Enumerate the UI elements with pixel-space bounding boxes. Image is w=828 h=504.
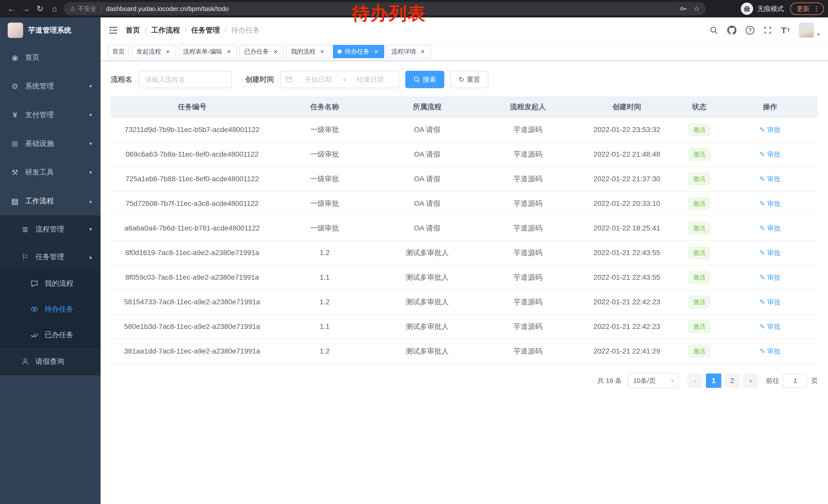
app-logo-row[interactable]: 芋道管理系统: [0, 17, 100, 43]
approve-link[interactable]: ✎ 审批: [759, 347, 781, 356]
cell-status: 激活: [676, 167, 722, 191]
sidebar-item-payment[interactable]: ¥ 支付管理 ▾: [0, 100, 100, 129]
sidebar-item-home[interactable]: ◉ 首页: [0, 43, 100, 72]
page-button-2[interactable]: 2: [724, 373, 740, 388]
next-page-button[interactable]: ›: [743, 373, 758, 388]
browser-reload-button[interactable]: ↻: [33, 2, 47, 16]
sidebar-item-devtools[interactable]: ⚒ 研发工具 ▾: [0, 158, 100, 187]
font-size-icon[interactable]: TT: [777, 17, 795, 43]
approve-link[interactable]: ✎ 审批: [759, 150, 781, 159]
key-icon[interactable]: [679, 5, 687, 12]
address-bar[interactable]: ⚠ 不安全 dashboard.yudao.iocoder.cn/bpm/tas…: [64, 2, 706, 15]
sidebar-item-workflow[interactable]: ▤ 工作流程 ▴: [0, 187, 100, 215]
cell-initiator: 芋道源码: [479, 290, 577, 314]
approve-link[interactable]: ✎ 审批: [759, 297, 781, 307]
page-button-1[interactable]: 1: [706, 373, 721, 388]
security-label[interactable]: 不安全: [78, 5, 96, 13]
breadcrumb-item-workflow[interactable]: 工作流程: [151, 26, 180, 35]
close-icon[interactable]: ×: [319, 48, 326, 55]
sidebar-item-infrastructure[interactable]: ⊞ 基础设施 ▾: [0, 129, 100, 158]
browser-menu-icon[interactable]: ⋮: [813, 5, 820, 13]
close-icon[interactable]: ×: [225, 48, 233, 55]
fullscreen-icon[interactable]: [759, 17, 777, 43]
cell-initiator: 芋道源码: [479, 314, 577, 339]
cell-actions: ✎ 审批: [722, 142, 818, 167]
search-icon[interactable]: [705, 17, 722, 43]
url-text[interactable]: dashboard.yudao.iocoder.cn/bpm/task/todo: [106, 5, 229, 12]
tab-label: 待办任务: [345, 47, 369, 56]
search-button[interactable]: 搜索: [405, 71, 444, 88]
close-icon[interactable]: ×: [272, 48, 279, 55]
tab-todo-tasks[interactable]: 待办任务 ×: [333, 45, 384, 58]
cell-task-name: 一级审批: [274, 142, 376, 167]
goto-page-input[interactable]: [783, 373, 807, 388]
breadcrumb-item-task-mgmt[interactable]: 任务管理: [191, 26, 220, 35]
tab-home[interactable]: 首页: [108, 45, 129, 58]
approve-link[interactable]: ✎ 审批: [759, 322, 781, 331]
bookmark-star-icon[interactable]: ☆: [693, 5, 700, 13]
tab-done-tasks[interactable]: 已办任务 ×: [240, 45, 284, 58]
table-row[interactable]: 069c6a63-7b8a-11ec-8ef0-acde48001122 一级审…: [111, 142, 818, 167]
date-range-picker[interactable]: -: [280, 71, 399, 88]
edit-pen-icon: ✎: [759, 224, 765, 232]
approve-link[interactable]: ✎ 审批: [759, 224, 781, 233]
approve-link[interactable]: ✎ 审批: [759, 199, 781, 208]
browser-home-button[interactable]: ⌂: [47, 2, 61, 16]
table-row[interactable]: 381aa1dd-7ac8-11ec-a9e2-a2380e71991a 1.2…: [111, 339, 818, 364]
sidebar-item-leave-query[interactable]: 请假查询: [0, 348, 100, 375]
table-row[interactable]: a6aba0a4-7b6d-11ec-b781-acde48001122 一级审…: [111, 216, 818, 240]
table-row[interactable]: 58154733-7ac8-11ec-a9e2-a2380e71991a 1.2…: [111, 290, 818, 314]
help-icon[interactable]: ?: [741, 17, 759, 43]
status-badge: 激活: [689, 173, 710, 185]
tab-my-process[interactable]: 我的流程 ×: [286, 45, 330, 58]
status-badge: 激活: [689, 320, 710, 333]
cell-status: 激活: [676, 290, 722, 314]
edit-pen-icon: ✎: [759, 150, 765, 158]
browser-forward-button[interactable]: →: [18, 2, 33, 16]
avatar-caret-icon[interactable]: ▾: [817, 31, 820, 37]
sidebar-toggle-icon[interactable]: [100, 17, 126, 43]
approve-link[interactable]: ✎ 审批: [759, 273, 781, 282]
edit-pen-icon: ✎: [759, 348, 765, 355]
tab-start-process[interactable]: 发起流程 ×: [132, 45, 176, 58]
edit-pen-icon: ✎: [759, 274, 765, 281]
approve-link[interactable]: ✎ 审批: [759, 248, 781, 258]
close-icon[interactable]: ×: [419, 48, 426, 55]
page-size-select[interactable]: 10条/页 ▾: [628, 373, 679, 388]
close-icon[interactable]: ×: [164, 48, 171, 55]
sidebar-item-todo-tasks[interactable]: 待办任务: [0, 296, 100, 322]
sidebar-item-system[interactable]: ⚙ 系统管理 ▾: [0, 72, 100, 100]
reset-button[interactable]: ↻ 重置: [450, 71, 488, 88]
user-avatar[interactable]: [799, 22, 814, 38]
sidebar-item-label: 系统管理: [25, 81, 54, 91]
tab-process-detail[interactable]: 流程详情 ×: [387, 45, 431, 58]
sidebar-item-process-mgmt[interactable]: ≣ 流程管理 ▾: [0, 215, 100, 243]
table-row[interactable]: 73211d9d-7b9b-11ec-b5b7-acde48001122 一级审…: [111, 118, 818, 142]
browser-update-button[interactable]: 更新 ⋮: [790, 3, 824, 15]
table-row[interactable]: 725a1eb6-7b88-11ec-8ef0-acde48001122 一级审…: [111, 167, 818, 191]
cell-task-id: 725a1eb6-7b88-11ec-8ef0-acde48001122: [111, 167, 274, 191]
github-icon[interactable]: [722, 17, 741, 43]
close-icon[interactable]: ×: [372, 48, 380, 55]
approve-link[interactable]: ✎ 审批: [759, 125, 781, 134]
col-process: 所属流程: [376, 96, 479, 118]
sidebar-item-task-mgmt[interactable]: ⚐ 任务管理 ▴: [0, 243, 100, 271]
cell-task-name: 1.1: [274, 265, 376, 290]
end-date-input[interactable]: [346, 76, 394, 84]
active-tab-dot: [338, 49, 342, 54]
browser-back-button[interactable]: ←: [4, 2, 18, 16]
start-date-input[interactable]: [294, 76, 342, 84]
tab-form-edit[interactable]: 流程表单-编辑 ×: [178, 45, 237, 58]
sidebar-item-done-tasks[interactable]: 已办任务: [0, 322, 100, 348]
table-row[interactable]: 75d72608-7b7f-11ec-a3c8-acde48001122 一级审…: [111, 191, 818, 216]
breadcrumb-item-home[interactable]: 首页: [126, 26, 140, 35]
table-row[interactable]: 580e1b3d-7ac8-11ec-a9e2-a2380e71991a 1.1…: [111, 314, 818, 339]
sidebar-item-my-process[interactable]: 我的流程: [0, 271, 100, 296]
cell-process: OA 请假: [376, 118, 479, 142]
approve-link[interactable]: ✎ 审批: [759, 175, 781, 184]
table-row[interactable]: 8f0d1619-7ac8-11ec-a9e2-a2380e71991a 1.2…: [111, 240, 818, 265]
chevron-down-icon: ▾: [89, 169, 92, 175]
table-row[interactable]: 8f059c03-7ac8-11ec-a9e2-a2380e71991a 1.1…: [111, 265, 818, 290]
prev-page-button[interactable]: ‹: [688, 373, 703, 388]
process-name-input[interactable]: [138, 71, 232, 88]
